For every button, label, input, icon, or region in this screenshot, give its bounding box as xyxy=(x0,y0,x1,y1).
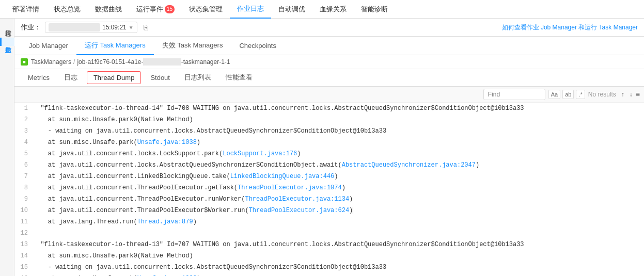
line-number: 1 xyxy=(14,103,33,113)
line-content: - waiting on java.util.concurrent.locks.… xyxy=(33,126,644,136)
line-number: 3 xyxy=(14,126,33,136)
main-content: 作业： 15:09:21 ▼ ⎘ 如何查看作业 Job Manager 和运行 … xyxy=(14,19,644,276)
subtab-stdout[interactable]: Stdout xyxy=(143,70,177,86)
job-time: 15:09:21 xyxy=(102,24,127,31)
sidebar-start-log[interactable]: 启动日志 xyxy=(0,29,14,38)
copy-icon[interactable]: ⎘ xyxy=(144,23,148,31)
tab-failed-task-managers[interactable]: 失效 Task Managers xyxy=(154,37,231,55)
code-line: 12 xyxy=(14,228,644,239)
code-line: 3 - waiting on java.util.concurrent.lock… xyxy=(14,125,644,137)
sidebar-monitor-info[interactable]: 监控信息 xyxy=(0,38,14,46)
job-selector[interactable]: 15:09:21 ▼ xyxy=(45,22,137,33)
taskmanager-icon: ■ xyxy=(21,58,28,66)
code-line: 14 at sun.misc.Unsafe.park0(Native Metho… xyxy=(14,250,644,262)
main-tabs: Job Manager 运行 Task Managers 失效 Task Man… xyxy=(14,37,644,55)
subtab-log-list[interactable]: 日志列表 xyxy=(177,69,218,87)
find-whole-word[interactable]: ab xyxy=(562,90,574,99)
find-nav: ↑ ↓ ≡ xyxy=(619,90,640,99)
left-sidebar: 运行日志 启动日志 监控信息 xyxy=(0,19,14,276)
subtab-perf[interactable]: 性能查看 xyxy=(218,69,260,87)
code-line: 11 at java.lang.Thread.run(Thread.java:8… xyxy=(14,216,644,228)
nav-auto-optimize[interactable]: 自动调优 xyxy=(271,0,312,19)
code-link[interactable]: LockSupport.java:176 xyxy=(223,150,297,157)
line-content: at java.lang.Thread.run(Thread.java:879) xyxy=(33,217,644,227)
sidebar-run-log[interactable]: 运行日志 xyxy=(0,21,14,29)
code-link[interactable]: Thread.java:879 xyxy=(137,218,193,225)
dropdown-arrow-icon[interactable]: ▼ xyxy=(129,25,134,30)
line-content: at java.util.concurrent.ThreadPoolExecut… xyxy=(33,205,644,216)
subtab-log[interactable]: 日志 xyxy=(57,69,85,87)
tab-checkpoints[interactable]: Checkpoints xyxy=(231,38,285,55)
line-content: at java.util.concurrent.LinkedBlockingQu… xyxy=(33,171,644,182)
nav-data-chart[interactable]: 数据曲线 xyxy=(88,0,129,19)
code-link[interactable]: LinkedBlockingQueue.java:446 xyxy=(230,173,335,180)
line-content: at java.util.concurrent.ThreadPoolExecut… xyxy=(33,194,644,204)
code-line: 10 at java.util.concurrent.ThreadPoolExe… xyxy=(14,205,644,216)
line-number: 12 xyxy=(14,228,33,238)
line-number: 9 xyxy=(14,194,33,204)
code-line: 7 at java.util.concurrent.LinkedBlocking… xyxy=(14,171,644,182)
line-number: 11 xyxy=(14,217,33,227)
code-link[interactable]: Unsafe.java:1038 xyxy=(137,139,197,146)
line-number: 13 xyxy=(14,239,33,250)
line-number: 14 xyxy=(14,251,33,261)
find-input[interactable] xyxy=(483,89,545,100)
nav-status-overview[interactable]: 状态总览 xyxy=(46,0,88,19)
nav-lineage[interactable]: 血缘关系 xyxy=(312,0,354,19)
code-link[interactable]: ThreadPoolExecutor.java:1074 xyxy=(238,184,342,191)
find-prev-button[interactable]: ↑ xyxy=(619,90,626,99)
line-content: "flink-taskexecutor-io-thread-13" Id=707… xyxy=(33,239,644,250)
main-layout: 运行日志 启动日志 监控信息 作业： 15:09:21 ▼ ⎘ 如何查看作业 J… xyxy=(0,19,644,276)
line-content: at java.util.concurrent.locks.LockSuppor… xyxy=(33,149,644,159)
subtab-thread-dump[interactable]: Thread Dump xyxy=(87,71,141,84)
job-bar: 作业： 15:09:21 ▼ ⎘ 如何查看作业 Job Manager 和运行 … xyxy=(14,19,644,37)
nav-run-events[interactable]: 运行事件 15 xyxy=(129,0,182,19)
line-content: - waiting on java.util.concurrent.locks.… xyxy=(33,262,644,272)
nav-job-log[interactable]: 作业日志 xyxy=(230,0,271,19)
find-next-button[interactable]: ↓ xyxy=(627,90,635,99)
code-line: 4 at sun.misc.Unsafe.park(Unsafe.java:10… xyxy=(14,137,644,148)
job-id xyxy=(49,23,100,31)
line-content: at sun.misc.Unsafe.park0(Native Method) xyxy=(33,251,644,261)
find-bar: Aa ab .* No results ↑ ↓ ≡ xyxy=(14,87,644,103)
code-link[interactable]: AbstractQueuedSynchronizer.java:2047 xyxy=(342,161,476,169)
find-regex[interactable]: .* xyxy=(576,90,585,99)
line-number: 4 xyxy=(14,137,33,148)
code-link[interactable]: ThreadPoolExecutor.java:624 xyxy=(249,207,349,214)
breadcrumb: ■ TaskManagers / job-a1f9c76-0151-4a1e- … xyxy=(14,55,644,69)
tab-run-task-managers[interactable]: 运行 Task Managers xyxy=(76,37,154,55)
top-navigation: 部署详情 状态总览 数据曲线 运行事件 15 状态集管理 作业日志 自动调优 血… xyxy=(0,0,644,19)
code-line: 13 "flink-taskexecutor-io-thread-13" Id=… xyxy=(14,239,644,250)
line-number: 2 xyxy=(14,115,33,125)
subtab-metrics[interactable]: Metrics xyxy=(21,70,57,86)
code-line: 6 at java.util.concurrent.locks.Abstract… xyxy=(14,159,644,171)
find-menu-button[interactable]: ≡ xyxy=(636,90,640,99)
line-content: at java.util.concurrent.locks.AbstractQu… xyxy=(33,160,644,170)
line-content: at sun.misc.Unsafe.park(Unsafe.java:1038… xyxy=(33,273,644,276)
job-label: 作业： xyxy=(21,23,41,32)
line-content: at sun.misc.Unsafe.park(Unsafe.java:1038… xyxy=(33,137,644,148)
line-content: at java.util.concurrent.ThreadPoolExecut… xyxy=(33,183,644,193)
code-line: 2 at sun.misc.Unsafe.park0(Native Method… xyxy=(14,114,644,125)
breadcrumb-taskmanagers[interactable]: TaskManagers xyxy=(31,58,71,66)
code-area[interactable]: 1 "flink-taskexecutor-io-thread-14" Id=7… xyxy=(14,103,644,276)
text-cursor xyxy=(353,207,353,214)
code-line: 5 at java.util.concurrent.locks.LockSupp… xyxy=(14,148,644,159)
line-number: 5 xyxy=(14,149,33,159)
line-number: 10 xyxy=(14,205,33,216)
line-content: "flink-taskexecutor-io-thread-14" Id=708… xyxy=(33,103,644,113)
nav-smart-diagnosis[interactable]: 智能诊断 xyxy=(354,0,395,19)
code-line: 16 at sun.misc.Unsafe.park(Unsafe.java:1… xyxy=(14,273,644,276)
nav-state-management[interactable]: 状态集管理 xyxy=(182,0,230,19)
breadcrumb-separator: / xyxy=(73,58,75,66)
nav-deploy-detail[interactable]: 部署详情 xyxy=(5,0,46,19)
help-link[interactable]: 如何查看作业 Job Manager 和运行 Task Manager xyxy=(502,23,638,32)
code-line: 8 at java.util.concurrent.ThreadPoolExec… xyxy=(14,182,644,193)
sub-tabs: Metrics 日志 Thread Dump Stdout 日志列表 性能查看 xyxy=(14,69,644,87)
code-link[interactable]: ThreadPoolExecutor.java:1134 xyxy=(245,196,349,203)
find-options: Aa ab .* xyxy=(548,90,585,99)
tab-job-manager[interactable]: Job Manager xyxy=(21,38,76,55)
code-line: 9 at java.util.concurrent.ThreadPoolExec… xyxy=(14,193,644,205)
find-case-sensitive[interactable]: Aa xyxy=(548,90,560,99)
code-line: 1 "flink-taskexecutor-io-thread-14" Id=7… xyxy=(14,103,644,114)
